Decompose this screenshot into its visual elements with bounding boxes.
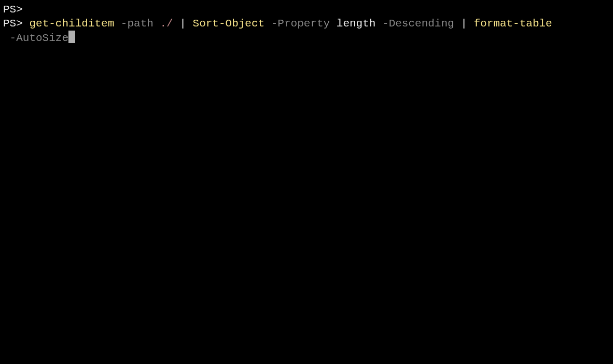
terminal-segment-argument [154,18,160,30]
terminal-segment-cmdlet: format-table [473,18,552,30]
terminal-segment-pipe: | [461,18,467,30]
terminal-container[interactable]: PS>PS> get-childitem -path ./ | Sort-Obj… [3,3,610,45]
terminal-line: PS> get-childitem -path ./ | Sort-Object… [3,17,610,31]
terminal-segment-pipe: | [179,18,186,30]
terminal-segment-prompt: PS> [3,4,23,16]
terminal-segment-parameter: -AutoSize [10,32,68,44]
terminal-line: -AutoSize [3,31,610,45]
terminal-segment-argument [114,18,121,30]
terminal-segment-argument [375,18,382,30]
terminal-line: PS> [3,3,610,17]
terminal-segment-argument [467,18,474,30]
terminal-segment-argument [173,18,180,30]
terminal-segment-continuation-indent [3,31,10,45]
terminal-segment-argument: length [337,18,376,30]
terminal-segment-argument [186,18,193,30]
terminal-segment-cmdlet: Sort-Object [193,18,265,30]
terminal-segment-cmdlet: get-childitem [29,18,114,30]
cursor-block [68,31,75,43]
terminal-segment-parameter: -Descending [382,18,454,30]
terminal-segment-argument-path: ./ [160,18,173,30]
terminal-segment-prompt: PS> [3,18,29,30]
terminal-segment-argument [454,18,461,30]
terminal-segment-argument [330,18,337,30]
terminal-segment-parameter: -Property [271,18,330,30]
terminal-segment-argument [264,18,271,30]
terminal-segment-parameter: -path [121,18,154,30]
